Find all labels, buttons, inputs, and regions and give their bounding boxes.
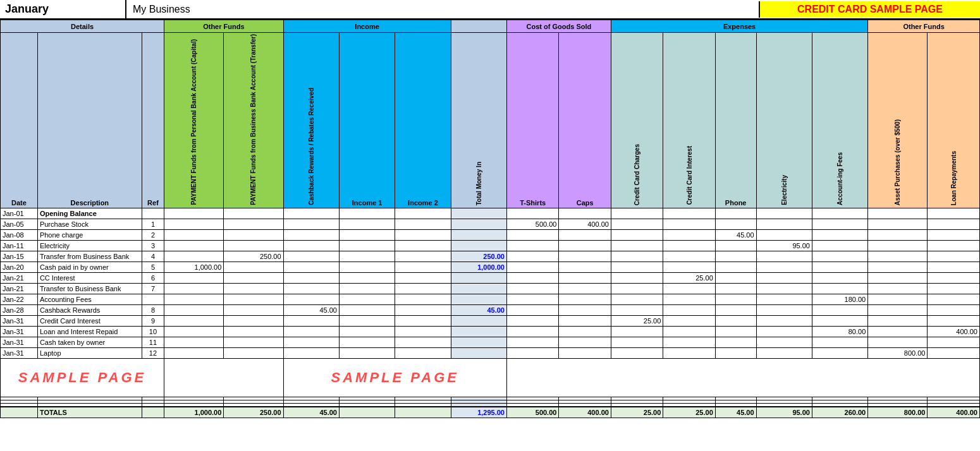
cell-cc-interest (663, 304, 715, 315)
cell-pay-personal (164, 337, 224, 347)
totals-cell-8: 1,295.00 (451, 407, 506, 418)
section-cogs: Cost of Goods Sold (506, 20, 611, 33)
cell-loan (928, 315, 980, 326)
cell-date: Jan-20 (1, 262, 38, 272)
cell-ref (142, 294, 164, 304)
cell-cc-interest (663, 283, 715, 294)
cell-phone (715, 272, 756, 283)
cell-cashback (283, 294, 339, 304)
col-header-cashback: Cashback Rewards / Rebates Received (283, 33, 339, 208)
main-table: Details Other Funds Income Cost of Goods… (0, 20, 980, 418)
cell-cashback (283, 240, 339, 251)
column-header-row: Date Description Ref PAYMENT Funds from … (1, 33, 980, 208)
cell-pay-business (224, 229, 283, 240)
table-row: Jan-08Phone charge245.00 (1, 229, 980, 240)
table-row: Jan-20Cash paid in by owner51,000.001,00… (1, 262, 980, 272)
cell-phone (715, 294, 756, 304)
cell-ref: 7 (142, 283, 164, 294)
cell-desc: Transfer from Business Bank (37, 251, 142, 262)
cell-caps (559, 304, 611, 315)
cell-pay-business (224, 337, 283, 347)
cell-accounting (812, 251, 867, 262)
cell-cashback (283, 229, 339, 240)
cell-pay-personal (164, 294, 224, 304)
cell-total-money: 250.00 (451, 251, 506, 262)
table-row: Jan-01Opening Balance (1, 208, 980, 219)
cell-total-money (451, 219, 506, 229)
cell-caps (559, 262, 611, 272)
cell-tshirts (506, 262, 558, 272)
cell-ref: 4 (142, 251, 164, 262)
cell-accounting (812, 229, 867, 240)
cell-cc-charges (611, 347, 663, 358)
cell-asset (868, 262, 928, 272)
cell-phone: 45.00 (715, 229, 756, 240)
cell-caps (559, 208, 611, 219)
cell-accounting (812, 347, 867, 358)
cell-inc1 (339, 219, 395, 229)
cell-total-money (451, 326, 506, 337)
section-other-funds2: Other Funds (868, 20, 980, 33)
cell-ref: 3 (142, 240, 164, 251)
cell-cc-charges (611, 262, 663, 272)
cell-loan (928, 229, 980, 240)
cell-total-money (451, 283, 506, 294)
cell-ref: 12 (142, 347, 164, 358)
cell-cc-interest: 25.00 (663, 272, 715, 283)
totals-cell-1: TOTALS (37, 407, 142, 418)
cell-date: Jan-01 (1, 208, 38, 219)
table-row: Jan-21CC Interest625.00 (1, 272, 980, 283)
totals-cell-3: 1,000.00 (164, 407, 224, 418)
cell-loan (928, 283, 980, 294)
cell-phone (715, 315, 756, 326)
cell-cc-charges (611, 326, 663, 337)
cell-electricity (756, 326, 812, 337)
cell-loan (928, 208, 980, 219)
cell-inc2 (395, 347, 451, 358)
cell-caps: 400.00 (559, 219, 611, 229)
table-row: Jan-31Cash taken by owner11 (1, 337, 980, 347)
cell-pay-personal (164, 240, 224, 251)
cell-cashback (283, 315, 339, 326)
cell-ref: 11 (142, 337, 164, 347)
cell-inc1 (339, 315, 395, 326)
cell-phone (715, 262, 756, 272)
cell-tshirts (506, 347, 558, 358)
cell-date: Jan-31 (1, 347, 38, 358)
cell-accounting: 80.00 (812, 326, 867, 337)
cell-phone (715, 240, 756, 251)
cell-desc: CC Interest (37, 272, 142, 283)
cell-pay-business (224, 326, 283, 337)
col-header-income2: Income 2 (395, 33, 451, 208)
cell-asset (868, 315, 928, 326)
cell-cc-interest (663, 229, 715, 240)
cell-accounting (812, 337, 867, 347)
cell-cashback (283, 326, 339, 337)
cell-cc-charges (611, 208, 663, 219)
cell-date: Jan-22 (1, 294, 38, 304)
cell-accounting (812, 304, 867, 315)
col-header-phone: Phone (715, 33, 756, 208)
cell-date: Jan-31 (1, 315, 38, 326)
cell-asset (868, 283, 928, 294)
cell-phone (715, 326, 756, 337)
cell-cc-charges: 25.00 (611, 315, 663, 326)
cell-desc: Credit Card Interest (37, 315, 142, 326)
cell-asset (868, 208, 928, 219)
cell-cc-interest (663, 326, 715, 337)
cell-asset (868, 229, 928, 240)
cell-date: Jan-08 (1, 229, 38, 240)
cell-inc2 (395, 337, 451, 347)
col-header-tshirts: T-Shirts (506, 33, 558, 208)
cell-total-money (451, 294, 506, 304)
cell-tshirts (506, 294, 558, 304)
cell-tshirts (506, 229, 558, 240)
cell-inc2 (395, 262, 451, 272)
cell-accounting: 180.00 (812, 294, 867, 304)
cell-caps (559, 240, 611, 251)
cell-total-money (451, 240, 506, 251)
cell-phone (715, 337, 756, 347)
cell-pay-business (224, 304, 283, 315)
cell-cc-charges (611, 219, 663, 229)
totals-cell-2 (142, 407, 164, 418)
